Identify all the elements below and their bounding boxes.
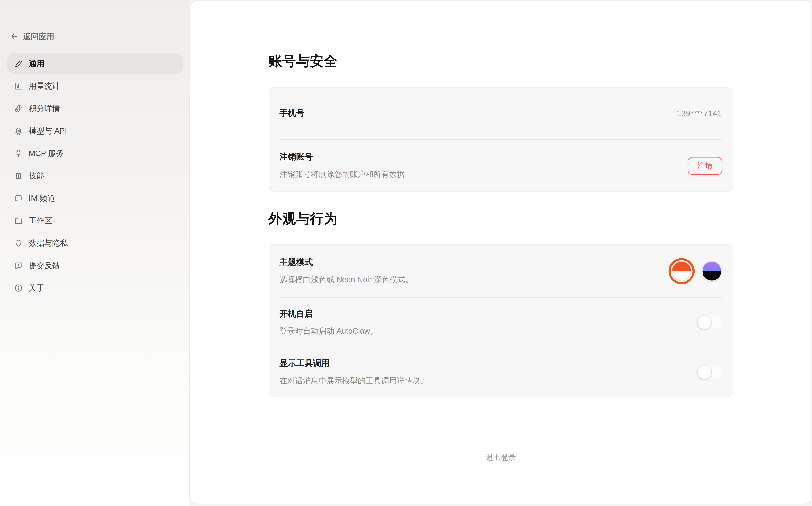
sidebar-item-label: 关于 [29, 283, 44, 293]
phone-value: 139****7141 [677, 109, 722, 118]
sidebar-item-about[interactable]: 关于 [7, 277, 182, 298]
sidebar-item-label: 通用 [29, 59, 44, 69]
phone-row: 手机号 139****7141 [269, 88, 733, 139]
show-tool-calls-toggle[interactable] [697, 365, 722, 380]
sidebar-item-skills[interactable]: 技能 [7, 165, 182, 186]
sidebar-item-label: 提交反馈 [29, 260, 60, 270]
delete-account-description: 注销账号将删除您的账户和所有数据 [280, 169, 405, 179]
appearance-card: 主题模式 选择橙白浅色或 Neon Noir 深色模式。 开机自启 登录时自动 [269, 244, 733, 397]
delete-account-button[interactable]: 注销 [687, 157, 722, 174]
pen-icon [14, 59, 23, 68]
theme-mode-label: 主题模式 [280, 257, 413, 268]
settings-sidebar: 返回应用 通用 用量统计 积分详情 [0, 0, 190, 506]
info-icon [14, 283, 23, 292]
delete-account-row: 注销账号 注销账号将删除您的账户和所有数据 注销 [269, 140, 733, 191]
sidebar-item-im-channels[interactable]: IM 频道 [7, 188, 182, 208]
theme-swatches [668, 258, 722, 284]
back-label: 返回应用 [23, 31, 54, 41]
theme-light-swatch[interactable] [668, 258, 694, 284]
sidebar-item-workspace[interactable]: 工作区 [7, 210, 182, 231]
delete-account-label: 注销账号 [280, 152, 405, 163]
show-tool-calls-label: 显示工具调用 [280, 358, 428, 369]
logout-button[interactable]: 退出登录 [486, 452, 516, 462]
autostart-description: 登录时自动启动 AutoClaw。 [280, 326, 378, 336]
sidebar-item-label: 工作区 [29, 216, 52, 226]
sidebar-item-credits[interactable]: 积分详情 [7, 98, 182, 119]
theme-dark-swatch[interactable] [701, 260, 722, 281]
sidebar-item-label: 技能 [29, 171, 44, 181]
sidebar-item-label: 模型与 API [29, 126, 67, 136]
chip-icon [14, 126, 23, 135]
sidebar-item-data-privacy[interactable]: 数据与隐私 [7, 233, 182, 253]
coins-icon [14, 104, 23, 113]
sidebar-item-label: MCP 服务 [29, 148, 64, 158]
sidebar-item-label: IM 频道 [29, 193, 55, 203]
toggle-knob [697, 316, 711, 329]
sidebar-item-feedback[interactable]: 提交反馈 [7, 255, 182, 276]
plug-icon [14, 149, 23, 158]
sidebar-item-general[interactable]: 通用 [7, 53, 182, 74]
sidebar-item-label: 用量统计 [29, 81, 60, 91]
autostart-row: 开机自启 登录时自动启动 AutoClaw。 [269, 298, 733, 347]
chat-bubble-icon [14, 194, 23, 202]
back-to-app-button[interactable]: 返回应用 [10, 29, 54, 44]
show-tool-calls-row: 显示工具调用 在对话消息中展示模型的工具调用详情块。 [269, 347, 733, 397]
folder-icon [14, 216, 23, 225]
bar-chart-icon [14, 82, 23, 90]
settings-window: 返回应用 通用 用量统计 积分详情 [0, 0, 812, 506]
sidebar-item-label: 数据与隐私 [29, 238, 68, 248]
account-security-title: 账号与安全 [269, 52, 733, 70]
sidebar-nav: 通用 用量统计 积分详情 模型与 API [7, 53, 182, 300]
sidebar-item-models-api[interactable]: 模型与 API [7, 120, 182, 141]
settings-main-panel: 账号与安全 手机号 139****7141 注销账号 注销账号将删除您的账户和所… [190, 0, 812, 504]
autostart-label: 开机自启 [280, 309, 378, 319]
phone-label: 手机号 [280, 108, 304, 119]
feedback-icon [14, 261, 23, 270]
book-icon [14, 171, 23, 180]
theme-light-swatch-fill [672, 261, 691, 280]
theme-mode-description: 选择橙白浅色或 Neon Noir 深色模式。 [280, 275, 413, 285]
appearance-behavior-title: 外观与行为 [269, 209, 733, 228]
back-arrow-icon [10, 32, 18, 41]
account-card: 手机号 139****7141 注销账号 注销账号将删除您的账户和所有数据 注销 [269, 87, 733, 192]
sidebar-item-mcp[interactable]: MCP 服务 [7, 143, 182, 164]
sidebar-item-label: 积分详情 [29, 103, 60, 113]
show-tool-calls-description: 在对话消息中展示模型的工具调用详情块。 [280, 376, 428, 386]
shield-icon [14, 239, 23, 247]
sidebar-item-usage-stats[interactable]: 用量统计 [7, 76, 182, 96]
autostart-toggle[interactable] [697, 315, 722, 330]
theme-mode-row: 主题模式 选择橙白浅色或 Neon Noir 深色模式。 [269, 245, 733, 297]
toggle-knob [697, 365, 711, 379]
